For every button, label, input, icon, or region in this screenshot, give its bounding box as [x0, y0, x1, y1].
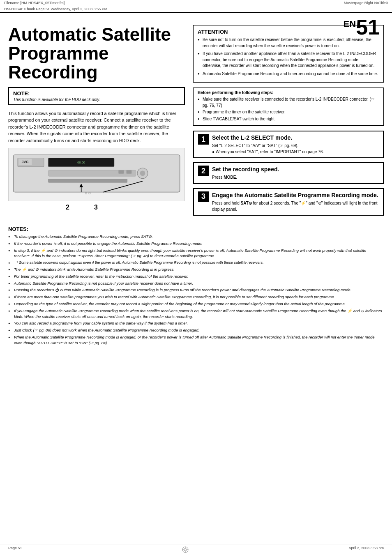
step-3-number: 3: [198, 191, 209, 202]
note-item-10: Depending on the type of satellite recei…: [8, 301, 384, 307]
attention-list: Be sure not to turn on the satellite rec…: [198, 37, 379, 77]
notes-list: To disengage the Automatic Satellite Pro…: [8, 234, 384, 345]
svg-point-16: [184, 548, 187, 551]
svg-text:JVC: JVC: [22, 160, 29, 164]
filename-label: Filename [HM-HDS4EX_05Timer.fm]: [4, 1, 65, 5]
page-title: Automatic Satellite Programme Recording: [8, 25, 185, 82]
notes-section-title: NOTES:: [8, 226, 384, 232]
en-label: EN: [344, 19, 356, 29]
note-item-14: When the Automatic Satellite Programme R…: [8, 334, 384, 346]
note-item-7: Automatic Satellite Programme Recording …: [8, 281, 384, 286]
main-content: Automatic Satellite Programme Recording …: [0, 21, 392, 224]
before-item-3: Slide TV/CABLE/SAT switch to the right.: [198, 116, 379, 122]
device-image: JVC 00:00 2 3: [8, 148, 185, 201]
bottom-bar: Page 51 April 2, 2003 3:53 pm: [0, 544, 392, 555]
note-item-12: You can also record a programme from you…: [8, 320, 384, 326]
step-3-content: Engage the Automatic Satellite Programme…: [212, 191, 379, 212]
svg-text:2          3: 2 3: [85, 191, 90, 195]
note-item-11: If you engage the Automatic Satellite Pr…: [8, 308, 384, 320]
note-item-9: If there are more than one satellite pro…: [8, 294, 384, 300]
footer-date: April 2, 2003 3:53 pm: [348, 546, 384, 553]
masterpage-label: Masterpage:Right-NoTitle0: [344, 1, 388, 5]
note-box: NOTE: This function is available for the…: [8, 87, 185, 105]
footer-page: Page 51: [8, 546, 22, 553]
step-3-box: 3 Engage the Automatic Satellite Program…: [193, 188, 384, 216]
page-number-display: EN51: [344, 16, 380, 38]
book-info-label: HM-HDS4EX.book Page 51 Wednesday, April …: [4, 7, 107, 11]
note-item-5: The ⚡ and ⊙ indicators blink while Autom…: [8, 267, 384, 272]
before-title: Before performing the following steps:: [198, 90, 379, 95]
step-1-desc: Set "L-2 SELECT" to "A/V" or "SAT" (☞ pg…: [212, 143, 324, 155]
step-2-content: Set the recording speed. Press MODE.: [212, 166, 279, 181]
step-3-desc: Press and hold SAT⊙ for about 2 seconds.…: [212, 200, 379, 212]
svg-text:00:00: 00:00: [77, 161, 85, 164]
step-1-content: Select the L-2 SELECT mode. Set "L-2 SEL…: [212, 134, 324, 155]
svg-point-8: [140, 170, 145, 176]
device-labels: 2 3: [8, 204, 185, 211]
attention-item-1: Be sure not to turn on the satellite rec…: [198, 37, 379, 49]
before-box: Before performing the following steps: M…: [193, 88, 384, 126]
step-2-box: 2 Set the recording speed. Press MODE.: [193, 162, 384, 184]
step-3-title: Engage the Automatic Satellite Programme…: [212, 191, 379, 199]
attention-item-2: If you have connected another appliance …: [198, 51, 379, 69]
top-bar: Filename [HM-HDS4EX_05Timer.fm] Masterpa…: [0, 0, 392, 6]
step-1-title: Select the L-2 SELECT mode.: [212, 134, 324, 141]
step-1-box: 1 Select the L-2 SELECT mode. Set "L-2 S…: [193, 131, 384, 158]
step-2-desc: Press MODE.: [212, 175, 279, 181]
note-item-8: Pressing the recorder's ⏻ button while A…: [8, 287, 384, 293]
note-title: NOTE:: [13, 90, 180, 97]
step-2-title: Set the recording speed.: [212, 166, 279, 173]
intro-text: This function allows you to automaticall…: [8, 110, 185, 144]
before-item-1: Make sure the satellite receiver is conn…: [198, 97, 379, 108]
attention-item-3: Automatic Satellite Programme Recording …: [198, 71, 379, 77]
notes-section: NOTES: To disengage the Automatic Satell…: [0, 226, 392, 345]
page-number: 51: [356, 15, 380, 39]
note-item-2: If the recorder's power is off, it is no…: [8, 241, 384, 246]
device-label-2: 2: [66, 204, 69, 211]
device-label-3: 3: [94, 204, 98, 211]
svg-rect-9: [118, 170, 124, 174]
svg-rect-11: [48, 179, 127, 183]
step-1-number: 1: [198, 134, 209, 145]
left-column: Automatic Satellite Programme Recording …: [8, 25, 185, 220]
target-icon-center: [182, 546, 189, 553]
note-text: This function is available for the HDD d…: [13, 97, 180, 102]
right-column: ATTENTION Be sure not to turn on the sat…: [193, 25, 384, 220]
before-list: Make sure the satellite receiver is conn…: [198, 97, 379, 122]
step-2-number: 2: [198, 166, 209, 176]
note-item-3: In step 3, if the ⚡ and ⊙ indicators do …: [8, 248, 384, 259]
note-item-4: * Some satellite receivers output signal…: [8, 260, 384, 265]
page: Filename [HM-HDS4EX_05Timer.fm] Masterpa…: [0, 0, 392, 555]
note-item-1: To disengage the Automatic Satellite Pro…: [8, 234, 384, 240]
note-item-6: For timer programming of the satellite r…: [8, 274, 384, 279]
before-item-2: Programme the timer on the satellite rec…: [198, 109, 379, 115]
second-bar: HM-HDS4EX.book Page 51 Wednesday, April …: [0, 6, 392, 13]
note-item-13: Just Clock (☞ pg. 86) does not work when…: [8, 327, 384, 333]
svg-rect-10: [127, 170, 132, 174]
